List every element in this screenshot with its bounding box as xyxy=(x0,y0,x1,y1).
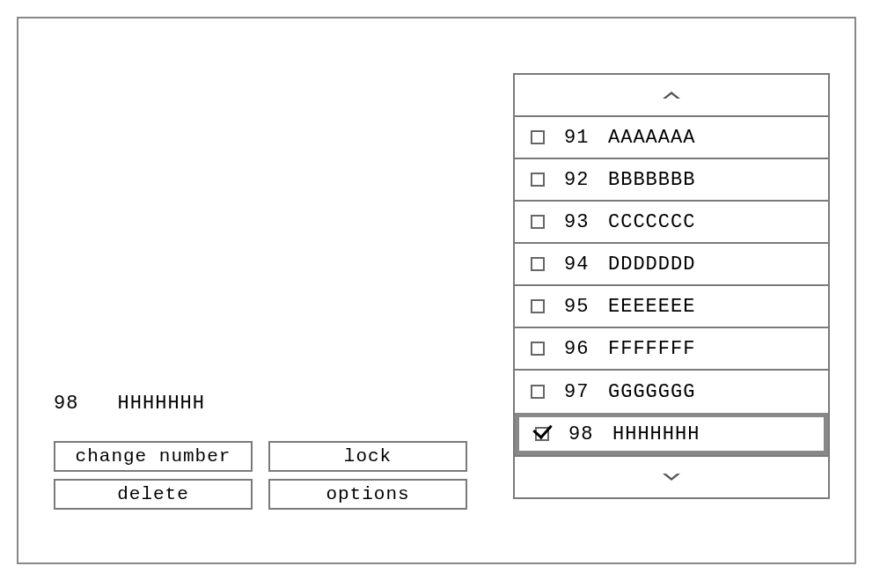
change-number-button[interactable]: change number xyxy=(54,441,253,472)
list-item[interactable]: 96FFFFFFF xyxy=(515,328,828,371)
item-list-panel: 91AAAAAAA92BBBBBBB93CCCCCCC94DDDDDDD95EE… xyxy=(513,73,830,499)
list-item[interactable]: 94DDDDDDD xyxy=(515,244,828,286)
item-checkbox[interactable] xyxy=(531,342,545,356)
selected-item-label: HHHHHHH xyxy=(118,393,205,415)
item-checkbox[interactable] xyxy=(531,257,545,271)
chevron-down-icon xyxy=(663,474,680,481)
item-checkbox[interactable] xyxy=(535,427,549,441)
button-row-2: delete options xyxy=(54,479,467,510)
list-container: 91AAAAAAA92BBBBBBB93CCCCCCC94DDDDDDD95EE… xyxy=(515,117,828,455)
item-label: BBBBBBB xyxy=(608,169,695,191)
item-checkbox[interactable] xyxy=(531,299,545,313)
details-pane: 98 HHHHHHH change number lock delete opt… xyxy=(18,18,494,562)
item-number: 95 xyxy=(564,296,608,318)
item-number: 91 xyxy=(564,127,608,149)
item-checkbox[interactable] xyxy=(531,173,545,187)
delete-button[interactable]: delete xyxy=(54,479,253,510)
chevron-up-icon xyxy=(663,92,680,99)
item-label: EEEEEEE xyxy=(608,296,695,318)
list-item[interactable]: 92BBBBBBB xyxy=(515,159,828,202)
list-item[interactable]: 93CCCCCCC xyxy=(515,202,828,244)
item-checkbox[interactable] xyxy=(531,215,545,229)
list-item[interactable]: 98HHHHHHH xyxy=(515,413,828,455)
item-checkbox[interactable] xyxy=(531,130,545,144)
list-item[interactable]: 91AAAAAAA xyxy=(515,117,828,159)
item-number: 96 xyxy=(564,338,608,360)
item-number: 92 xyxy=(564,169,608,191)
list-item[interactable]: 97GGGGGGG xyxy=(515,371,828,413)
selected-item-display: 98 HHHHHHH xyxy=(54,393,205,415)
selected-item-number: 98 xyxy=(54,393,78,415)
item-label: HHHHHHH xyxy=(612,423,700,445)
item-label: GGGGGGG xyxy=(608,381,695,403)
item-number: 98 xyxy=(568,423,612,445)
lock-button[interactable]: lock xyxy=(268,441,467,472)
scroll-up-button[interactable] xyxy=(515,75,828,117)
item-checkbox[interactable] xyxy=(531,385,545,399)
app-frame: 98 HHHHHHH change number lock delete opt… xyxy=(17,17,856,564)
options-button[interactable]: options xyxy=(268,479,467,510)
item-label: AAAAAAA xyxy=(608,127,695,149)
button-row-1: change number lock xyxy=(54,441,467,472)
item-label: DDDDDDD xyxy=(608,254,695,276)
list-item[interactable]: 95EEEEEEE xyxy=(515,286,828,328)
scroll-down-button[interactable] xyxy=(515,455,828,497)
action-button-grid: change number lock delete options xyxy=(54,441,467,517)
item-label: FFFFFFF xyxy=(608,338,695,360)
item-label: CCCCCCC xyxy=(608,211,695,233)
item-number: 94 xyxy=(564,254,608,276)
item-number: 97 xyxy=(564,381,608,403)
item-number: 93 xyxy=(564,211,608,233)
